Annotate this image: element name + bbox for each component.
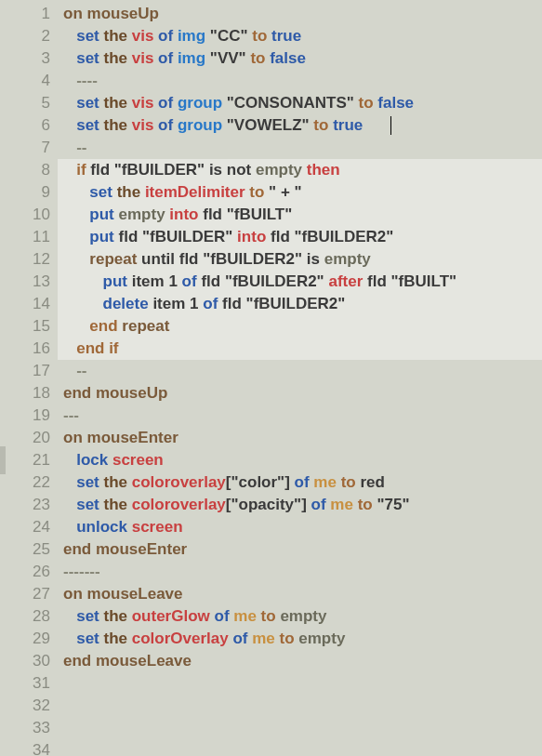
code-line[interactable]: delete item 1 of fld "fBUILDER2" (58, 293, 542, 315)
line-number: 16 (0, 338, 50, 360)
code-line[interactable]: end mouseEnter (58, 538, 542, 561)
code-line[interactable]: lock screen (58, 449, 542, 471)
line-number: 7 (0, 137, 50, 159)
code-line[interactable]: set the vis of group "VOWELZ" to true (58, 114, 542, 137)
line-number: 6 (0, 114, 50, 137)
code-line[interactable]: ---- (58, 70, 542, 92)
code-line[interactable]: set the colorOverlay of me to empty (58, 628, 542, 650)
line-number: 22 (0, 471, 50, 494)
line-number: 31 (0, 672, 50, 695)
code-line[interactable] (58, 672, 542, 695)
line-number: 25 (0, 538, 50, 561)
line-number: 30 (0, 650, 50, 672)
code-line[interactable]: end if (58, 338, 542, 360)
line-number: 29 (0, 628, 50, 650)
line-number: 9 (0, 181, 50, 204)
code-line[interactable]: set the vis of img "VV" to false (58, 47, 542, 70)
line-number: 24 (0, 516, 50, 538)
code-line[interactable]: set the coloroverlay["opacity"] of me to… (58, 494, 542, 516)
line-number: 4 (0, 70, 50, 92)
line-number: 32 (0, 695, 50, 717)
line-number: 13 (0, 271, 50, 293)
code-line[interactable]: on mouseLeave (58, 583, 542, 605)
code-line[interactable]: -- (58, 360, 542, 382)
code-line[interactable] (58, 739, 542, 756)
code-line[interactable]: set the itemDelimiter to " + " (58, 181, 542, 204)
code-line[interactable]: set the vis of group "CONSONANTS" to fal… (58, 92, 542, 114)
code-line[interactable]: end mouseUp (58, 382, 542, 405)
code-line[interactable]: -- (58, 137, 542, 159)
line-number: 2 (0, 25, 50, 47)
code-line[interactable]: set the vis of img "CC" to true (58, 25, 542, 47)
code-line[interactable]: end repeat (58, 315, 542, 338)
line-number: 12 (0, 248, 50, 271)
line-number: 28 (0, 605, 50, 628)
code-line[interactable]: ------- (58, 561, 542, 583)
line-number: 15 (0, 315, 50, 338)
text-cursor (390, 116, 391, 135)
code-line[interactable]: if fld "fBUILDER" is not empty then (58, 159, 542, 181)
code-line[interactable]: on mouseEnter (58, 427, 542, 449)
line-number: 11 (0, 226, 50, 248)
line-number: 19 (0, 405, 50, 427)
code-line[interactable] (58, 695, 542, 717)
code-line[interactable]: end mouseLeave (58, 650, 542, 672)
code-line[interactable]: --- (58, 405, 542, 427)
code-line[interactable]: put item 1 of fld "fBUILDER2" after fld … (58, 271, 542, 293)
code-line[interactable]: set the coloroverlay["color"] of me to r… (58, 471, 542, 494)
line-number: 26 (0, 561, 50, 583)
line-number: 21 (0, 449, 50, 471)
line-number: 5 (0, 92, 50, 114)
line-number: 14 (0, 293, 50, 315)
line-number: 18 (0, 382, 50, 405)
line-number: 17 (0, 360, 50, 382)
fold-marker (0, 446, 6, 474)
code-line[interactable]: on mouseUp (58, 3, 542, 25)
code-line[interactable] (58, 717, 542, 739)
line-number: 10 (0, 204, 50, 226)
line-number: 8 (0, 159, 50, 181)
line-number: 20 (0, 427, 50, 449)
code-editor: 1 2 3 4 5 6 7 8 9 10 11 12 13 14 15 16 1… (0, 0, 542, 756)
line-number: 1 (0, 3, 50, 25)
line-number: 23 (0, 494, 50, 516)
line-number: 27 (0, 583, 50, 605)
code-line[interactable]: repeat until fld "fBUILDER2" is empty (58, 248, 542, 271)
line-number: 3 (0, 47, 50, 70)
line-number: 34 (0, 739, 50, 756)
code-line[interactable]: set the outerGlow of me to empty (58, 605, 542, 628)
line-number: 33 (0, 717, 50, 739)
code-line[interactable]: put fld "fBUILDER" into fld "fBUILDER2" (58, 226, 542, 248)
line-number-gutter: 1 2 3 4 5 6 7 8 9 10 11 12 13 14 15 16 1… (0, 0, 58, 756)
code-area[interactable]: on mouseUp set the vis of img "CC" to tr… (58, 0, 542, 756)
code-line[interactable]: put empty into fld "fBUILT" (58, 204, 542, 226)
code-line[interactable]: unlock screen (58, 516, 542, 538)
